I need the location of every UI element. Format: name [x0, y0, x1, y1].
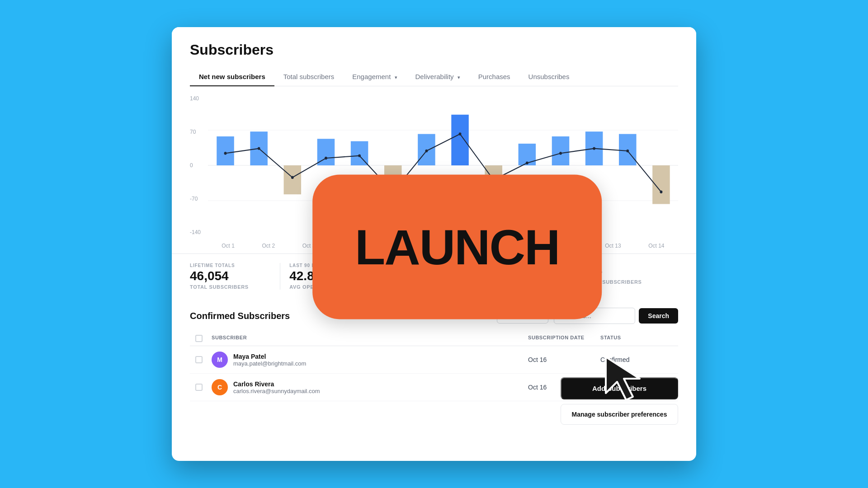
select-all-checkbox[interactable] — [195, 335, 203, 342]
svg-point-27 — [559, 152, 562, 155]
header: Subscribers Net new subscribers Total su… — [172, 27, 696, 86]
row-checkbox-carlos[interactable] — [195, 384, 203, 391]
col-header-subscriber: SUBSCRIBER — [212, 335, 528, 342]
avatar-maya: M — [212, 352, 228, 368]
svg-point-28 — [593, 147, 595, 150]
svg-point-19 — [291, 176, 294, 179]
subscriber-name: Carlos Rivera — [233, 380, 320, 388]
launch-text: LAUNCH — [355, 218, 559, 276]
header-checkbox — [195, 335, 212, 342]
subscriber-email: maya.patel@brightmail.com — [233, 360, 306, 367]
tab-purchases[interactable]: Purchases — [469, 67, 519, 86]
subscriber-name: Maya Patel — [233, 353, 306, 360]
svg-rect-3 — [217, 136, 234, 165]
row-checkbox-maya[interactable] — [195, 356, 203, 363]
tab-deliverability[interactable]: Deliverability ▾ — [406, 67, 469, 86]
svg-point-17 — [224, 152, 227, 155]
col-header-status: STATUS — [600, 335, 673, 342]
table-header: SUBSCRIBER SUBSCRIPTION DATE STATUS — [190, 331, 678, 346]
svg-rect-5 — [284, 165, 302, 194]
tab-nav: Net new subscribers Total subscribers En… — [190, 67, 678, 86]
launch-overlay: LAUNCH — [312, 174, 602, 319]
page-title: Subscribers — [190, 42, 678, 58]
col-header-date: SUBSCRIPTION DATE — [528, 335, 600, 342]
svg-rect-13 — [552, 136, 570, 165]
cursor-arrow-icon — [601, 352, 656, 407]
deliverability-chevron-icon: ▾ — [458, 75, 460, 80]
stat-total-subscribers: LIFETIME TOTALS 46,054 TOTAL SUBSCRIBERS — [190, 263, 280, 290]
svg-rect-10 — [451, 115, 469, 165]
engagement-chevron-icon: ▾ — [395, 75, 397, 80]
tab-unsubscribes[interactable]: Unsubscribes — [519, 67, 579, 86]
svg-point-30 — [660, 191, 663, 193]
main-window: Subscribers Net new subscribers Total su… — [172, 27, 696, 461]
subscription-date: Oct 16 — [528, 356, 547, 363]
svg-point-20 — [325, 157, 327, 160]
avatar-carlos: C — [212, 379, 228, 395]
search-button[interactable]: Search — [639, 308, 678, 324]
manage-subscriber-preferences-button[interactable]: Manage subscriber preferences — [561, 404, 678, 425]
chart-y-axis: 140 70 0 -70 -140 — [190, 95, 206, 235]
svg-point-24 — [459, 132, 462, 135]
subscriber-email: carlos.rivera@sunnydaymail.com — [233, 388, 320, 394]
tab-engagement[interactable]: Engagement ▾ — [343, 67, 406, 86]
tab-total-subscribers[interactable]: Total subscribers — [274, 67, 344, 86]
svg-point-26 — [526, 161, 528, 164]
svg-point-21 — [358, 154, 361, 157]
svg-point-23 — [425, 150, 428, 152]
tab-net-new-subscribers[interactable]: Net new subscribers — [190, 67, 274, 86]
svg-point-18 — [258, 147, 260, 150]
svg-point-29 — [626, 150, 629, 152]
subscription-date: Oct 16 — [528, 384, 547, 391]
